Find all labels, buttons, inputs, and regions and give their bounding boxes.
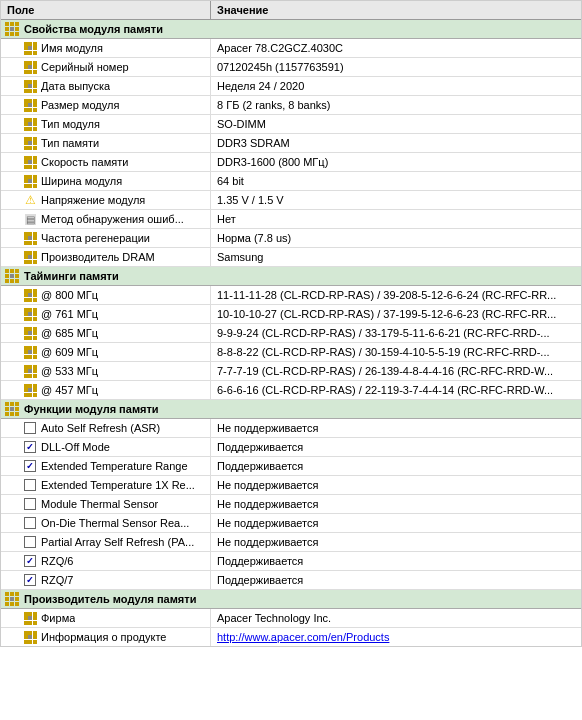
checkbox-icon (23, 573, 37, 587)
field-label: Дата выпуска (41, 80, 110, 92)
table-row: RZQ/6Поддерживается (1, 552, 581, 571)
table-row: @ 609 МГц8-8-8-22 (CL-RCD-RP-RAS) / 30-1… (1, 343, 581, 362)
field-cell: Серийный номер (1, 58, 211, 76)
chip-icon (24, 631, 37, 644)
field-cell: @ 609 МГц (1, 343, 211, 361)
checkbox-checked[interactable] (24, 441, 36, 453)
field-label: Частота регенерации (41, 232, 150, 244)
value-cell: Неделя 24 / 2020 (211, 77, 581, 95)
value-cell: Не поддерживается (211, 533, 581, 551)
checkbox-checked[interactable] (24, 555, 36, 567)
table-row: Тип модуляSO-DIMM (1, 115, 581, 134)
field-cell: ⚠Напряжение модуля (1, 191, 211, 209)
checkbox-unchecked[interactable] (24, 498, 36, 510)
chip-icon-container (23, 117, 37, 131)
checkbox-unchecked[interactable] (24, 479, 36, 491)
field-label: Тип памяти (41, 137, 99, 149)
field-cell: Имя модуля (1, 39, 211, 57)
chip-icon-container (23, 41, 37, 55)
chip-icon (24, 137, 37, 150)
value-cell: SO-DIMM (211, 115, 581, 133)
table-row: DLL-Off ModeПоддерживается (1, 438, 581, 457)
table-row: Дата выпускаНеделя 24 / 2020 (1, 77, 581, 96)
checkbox-checked[interactable] (24, 460, 36, 472)
chip-icon-container (23, 155, 37, 169)
table-row: Module Thermal SensorНе поддерживается (1, 495, 581, 514)
field-label: @ 457 МГц (41, 384, 98, 396)
value-text: Не поддерживается (217, 536, 319, 548)
checkbox-icon (23, 459, 37, 473)
chip-icon (24, 346, 37, 359)
checkbox-unchecked[interactable] (24, 517, 36, 529)
field-cell: Производитель DRAM (1, 248, 211, 266)
field-label: @ 533 МГц (41, 365, 98, 377)
table-row: Размер модуля8 ГБ (2 ranks, 8 banks) (1, 96, 581, 115)
chip-icon-container (23, 136, 37, 150)
product-link[interactable]: http://www.apacer.com/en/Products (217, 631, 389, 643)
value-text: Apacer Technology Inc. (217, 612, 331, 624)
chip-icon (24, 118, 37, 131)
value-text: Не поддерживается (217, 498, 319, 510)
field-cell: Дата выпуска (1, 77, 211, 95)
section-header-memory-module-props: Свойства модуля памяти (1, 20, 581, 39)
value-cell: 64 bit (211, 172, 581, 190)
value-cell: Не поддерживается (211, 514, 581, 532)
value-text: DDR3 SDRAM (217, 137, 290, 149)
value-cell: 6-6-6-16 (CL-RCD-RP-RAS) / 22-119-3-7-4-… (211, 381, 581, 399)
chip-icon (24, 251, 37, 264)
field-label: Серийный номер (41, 61, 129, 73)
table-row: @ 533 МГц7-7-7-19 (CL-RCD-RP-RAS) / 26-1… (1, 362, 581, 381)
chip-icon-container (23, 98, 37, 112)
value-text: 11-11-11-28 (CL-RCD-RP-RAS) / 39-208-5-1… (217, 289, 556, 301)
field-cell: Auto Self Refresh (ASR) (1, 419, 211, 437)
table-row: @ 800 МГц11-11-11-28 (CL-RCD-RP-RAS) / 3… (1, 286, 581, 305)
field-label: @ 609 МГц (41, 346, 98, 358)
value-cell: http://www.apacer.com/en/Products (211, 628, 581, 646)
checkbox-icon (23, 478, 37, 492)
value-text: Не поддерживается (217, 517, 319, 529)
section-title: Тайминги памяти (24, 270, 119, 282)
checkbox-icon (23, 440, 37, 454)
chip-icon (24, 327, 37, 340)
field-label: @ 685 МГц (41, 327, 98, 339)
value-text: 07120245h (1157763591) (217, 61, 344, 73)
field-label: Производитель DRAM (41, 251, 155, 263)
chip-icon-container (23, 307, 37, 321)
value-text: 9-9-9-24 (CL-RCD-RP-RAS) / 33-179-5-11-6… (217, 327, 550, 339)
value-cell: Apacer Technology Inc. (211, 609, 581, 627)
header-field: Поле (1, 1, 211, 19)
field-label: RZQ/7 (41, 574, 73, 586)
chip-icon (24, 289, 37, 302)
field-cell: Extended Temperature 1X Re... (1, 476, 211, 494)
table-row: Тип памятиDDR3 SDRAM (1, 134, 581, 153)
field-cell: On-Die Thermal Sensor Rea... (1, 514, 211, 532)
checkbox-icon (23, 535, 37, 549)
field-label: Auto Self Refresh (ASR) (41, 422, 160, 434)
chip-icon (24, 232, 37, 245)
field-label: Extended Temperature Range (41, 460, 188, 472)
header-value: Значение (211, 1, 581, 19)
method-icon: ▤ (25, 214, 36, 225)
value-text: Apacer 78.C2GCZ.4030C (217, 42, 343, 54)
value-text: 6-6-6-16 (CL-RCD-RP-RAS) / 22-119-3-7-4-… (217, 384, 553, 396)
value-text: 7-7-7-19 (CL-RCD-RP-RAS) / 26-139-4-8-4-… (217, 365, 553, 377)
table-row: @ 457 МГц6-6-6-16 (CL-RCD-RP-RAS) / 22-1… (1, 381, 581, 400)
value-cell: Apacer 78.C2GCZ.4030C (211, 39, 581, 57)
checkbox-unchecked[interactable] (24, 536, 36, 548)
checkbox-checked[interactable] (24, 574, 36, 586)
table-row: ФирмаApacer Technology Inc. (1, 609, 581, 628)
checkbox-unchecked[interactable] (24, 422, 36, 434)
chip-icon-container (23, 383, 37, 397)
value-text: Норма (7.8 us) (217, 232, 291, 244)
table-row: Серийный номер07120245h (1157763591) (1, 58, 581, 77)
field-cell: @ 685 МГц (1, 324, 211, 342)
table-row: Имя модуляApacer 78.C2GCZ.4030C (1, 39, 581, 58)
value-cell: Не поддерживается (211, 419, 581, 437)
checkbox-icon (23, 421, 37, 435)
section-icon (5, 592, 19, 606)
field-label: Partial Array Self Refresh (PA... (41, 536, 194, 548)
value-cell: 8-8-8-22 (CL-RCD-RP-RAS) / 30-159-4-10-5… (211, 343, 581, 361)
chip-icon-container (23, 345, 37, 359)
method-icon-container: ▤ (23, 212, 37, 226)
value-cell: DDR3 SDRAM (211, 134, 581, 152)
